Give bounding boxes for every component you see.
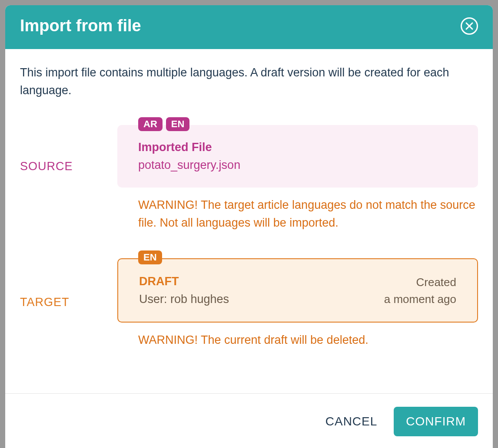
cancel-button[interactable]: CANCEL [322,407,381,436]
target-user: User: rob hughes [139,293,229,306]
target-label: TARGET [20,258,90,309]
source-lang-badges: AR EN [138,117,189,131]
modal-header: Import from file [5,5,493,49]
target-card-left: DRAFT User: rob hughes [139,275,229,306]
modal-footer: CANCEL CONFIRM [5,393,493,448]
target-warning: WARNING! The current draft will be delet… [138,331,478,349]
close-icon [465,22,474,30]
target-card: DRAFT User: rob hughes Created a moment … [117,258,478,323]
target-created-label: Created [384,276,456,289]
modal-body: This import file contains multiple langu… [5,49,493,393]
import-modal: Import from file This import file contai… [5,5,493,448]
source-card-wrap: AR EN Imported File potato_surgery.json … [117,125,478,247]
modal-title: Import from file [20,16,141,35]
target-card-heading: DRAFT [139,275,229,288]
source-card-heading: Imported File [138,141,457,154]
source-card: Imported File potato_surgery.json [117,125,478,188]
target-lang-badges: EN [138,250,162,264]
target-row: TARGET EN DRAFT User: rob hughes Created… [20,258,478,365]
confirm-button[interactable]: CONFIRM [394,407,478,436]
lang-badge-en: EN [166,117,190,131]
lang-badge-en-target: EN [138,250,162,264]
source-label: SOURCE [20,125,90,173]
source-filename: potato_surgery.json [138,158,457,172]
close-button[interactable] [461,17,478,35]
target-card-wrap: EN DRAFT User: rob hughes Created a mome… [117,258,478,365]
target-card-right: Created a moment ago [384,275,456,306]
intro-text: This import file contains multiple langu… [20,64,478,99]
target-created-time: a moment ago [384,293,456,306]
source-row: SOURCE AR EN Imported File potato_surger… [20,125,478,247]
lang-badge-ar: AR [138,117,163,131]
source-warning: WARNING! The target article languages do… [138,196,478,231]
